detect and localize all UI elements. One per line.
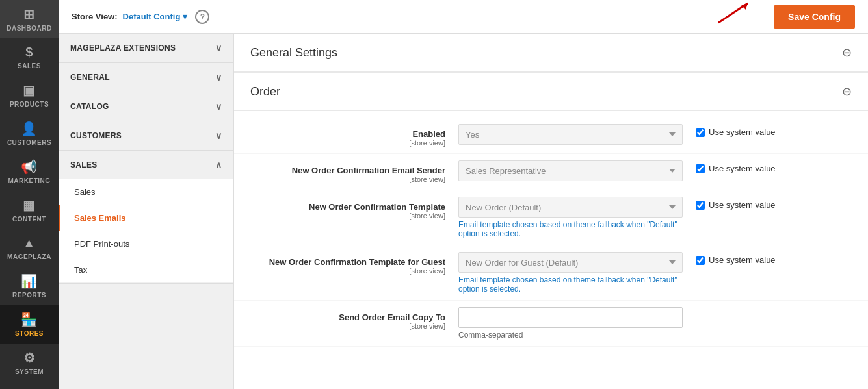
sidebar-item-label: STORES [15, 330, 44, 337]
sec-sidebar-label-mageplaza: MAGEPLAZA EXTENSIONS [70, 44, 176, 53]
sidebar-item-label: PRODUCTS [10, 101, 49, 108]
reports-icon: 📊 [21, 273, 38, 289]
content-area: MAGEPLAZA EXTENSIONS ∨ GENERAL ∨ CATALOG… [59, 34, 868, 389]
sidebar-item-label: MARKETING [8, 177, 50, 184]
sidebar-item-label: CUSTOMERS [7, 139, 51, 146]
sec-sidebar-item-label: Tax [74, 265, 87, 275]
use-system-confirmation-template: Use system value [696, 197, 776, 210]
use-system-label: Use system value [709, 200, 776, 210]
order-section-title: Order [250, 85, 280, 99]
email-copy-to-input[interactable] [458, 307, 683, 328]
sec-sidebar-item-sales[interactable]: Sales [59, 179, 233, 205]
form-row-enabled: Enabled [store view] Yes Use system valu… [234, 118, 868, 154]
section-collapse-button[interactable]: ⊖ [842, 45, 852, 60]
email-sender-select[interactable]: Sales Representative [458, 160, 683, 181]
form-label-col-email-sender: New Order Confirmation Email Sender [sto… [250, 160, 458, 183]
sec-sidebar-section-sales: SALES ∧ Sales Sales Emails PDF Print-out… [59, 151, 233, 284]
sidebar-item-dashboard[interactable]: ⊞ DASHBOARD [0, 0, 59, 38]
sidebar-item-stores[interactable]: 🏪 STORES [0, 305, 59, 344]
arrow-indicator [712, 0, 751, 28]
sidebar-item-sales[interactable]: $ SALES [0, 38, 59, 76]
store-view-value: Default Config [123, 12, 181, 21]
confirmation-template-select[interactable]: New Order (Default) [458, 197, 683, 218]
form-sublabel-confirmation-template-guest: [store view] [250, 267, 445, 275]
sec-sidebar-item-pdf-printouts[interactable]: PDF Print-outs [59, 231, 233, 257]
form-field-col-confirmation-template-guest: New Order for Guest (Default) Email temp… [458, 252, 852, 294]
sidebar-item-system[interactable]: ⚙ SYSTEM [0, 344, 59, 382]
sec-sidebar-header-catalog[interactable]: CATALOG ∨ [59, 92, 233, 121]
sec-sidebar-header-general[interactable]: GENERAL ∨ [59, 63, 233, 92]
marketing-icon: 📢 [21, 159, 38, 175]
form-field-row-email-sender: Sales Representative Use system value [458, 160, 852, 181]
sec-sidebar-section-general: GENERAL ∨ [59, 63, 233, 92]
sec-sidebar-section-catalog: CATALOG ∨ [59, 92, 233, 121]
form-sublabel-email-sender: [store view] [250, 175, 445, 183]
left-sidebar: ⊞ DASHBOARD $ SALES ▣ PRODUCTS 👤 CUSTOME… [0, 0, 59, 389]
general-settings-title: General Settings [250, 46, 337, 60]
sidebar-item-products[interactable]: ▣ PRODUCTS [0, 76, 59, 114]
sec-sidebar-label-customers: CUSTOMERS [70, 131, 122, 140]
dashboard-icon: ⊞ [23, 6, 35, 22]
sidebar-item-mageplaza[interactable]: ▲ MAGEPLAZA [0, 229, 59, 267]
sales-icon: $ [25, 45, 33, 60]
top-bar: Store View: Default Config ▾ ? Save Conf… [59, 0, 868, 34]
form-label-email-sender: New Order Confirmation Email Sender [250, 166, 445, 175]
chevron-down-icon: ∨ [215, 101, 222, 112]
sec-sidebar-header-customers[interactable]: CUSTOMERS ∨ [59, 121, 233, 150]
sidebar-item-marketing[interactable]: 📢 MARKETING [0, 153, 59, 191]
enabled-select[interactable]: Yes [458, 124, 683, 145]
form-field-col-email-copy-to: Comma-separated [458, 307, 852, 340]
sidebar-item-reports[interactable]: 📊 REPORTS [0, 267, 59, 305]
sec-sidebar-label-general: GENERAL [70, 73, 110, 82]
form-label-col-email-copy-to: Send Order Email Copy To [store view] [250, 307, 458, 330]
main-wrapper: Store View: Default Config ▾ ? Save Conf… [59, 0, 868, 389]
sidebar-item-content[interactable]: ▦ CONTENT [0, 191, 59, 229]
store-view-chevron-icon: ▾ [183, 12, 187, 21]
sidebar-item-label: CONTENT [12, 216, 46, 223]
form-label-col-confirmation-template: New Order Confirmation Template [store v… [250, 197, 458, 220]
chevron-up-icon: ∧ [215, 160, 222, 170]
use-system-checkbox-confirmation-template[interactable] [696, 201, 705, 210]
sidebar-item-label: DASHBOARD [7, 25, 52, 32]
form-field-row-enabled: Yes Use system value [458, 124, 852, 145]
form-label-confirmation-template: New Order Confirmation Template [250, 202, 445, 212]
use-system-checkbox-email-sender[interactable] [696, 164, 705, 173]
sec-sidebar-section-customers: CUSTOMERS ∨ [59, 121, 233, 151]
use-system-checkbox-confirmation-template-guest[interactable] [696, 256, 705, 265]
mageplaza-icon: ▲ [23, 236, 36, 251]
general-settings-section-header: General Settings ⊖ [234, 34, 868, 72]
form-field-row-email-copy-to: Comma-separated [458, 307, 852, 340]
sec-sidebar-items-sales: Sales Sales Emails PDF Print-outs Tax [59, 179, 233, 283]
form-label-col-enabled: Enabled [store view] [250, 124, 458, 147]
use-system-checkbox-enabled[interactable] [696, 128, 705, 137]
system-icon: ⚙ [23, 350, 36, 366]
sidebar-item-label: MAGEPLAZA [7, 253, 51, 260]
form-row-email-sender: New Order Confirmation Email Sender [sto… [234, 154, 868, 190]
top-bar-left: Store View: Default Config ▾ ? [72, 10, 209, 24]
form-label-enabled: Enabled [250, 129, 445, 139]
products-icon: ▣ [23, 82, 36, 98]
store-view-select[interactable]: Default Config ▾ [123, 12, 188, 21]
use-system-email-sender: Use system value [696, 160, 776, 173]
use-system-label: Use system value [709, 164, 776, 173]
form-label-col-confirmation-template-guest: New Order Confirmation Template for Gues… [250, 252, 458, 275]
form-sublabel-email-copy-to: [store view] [250, 322, 445, 330]
customers-icon: 👤 [21, 121, 38, 136]
sidebar-item-customers[interactable]: 👤 CUSTOMERS [0, 114, 59, 153]
sec-sidebar-header-mageplaza[interactable]: MAGEPLAZA EXTENSIONS ∨ [59, 34, 233, 62]
form-field-row-confirmation-template: New Order (Default) Email template chose… [458, 197, 852, 238]
confirmation-template-guest-note: Email template chosen based on theme fal… [458, 275, 683, 294]
use-system-confirmation-template-guest: Use system value [696, 252, 776, 265]
sec-sidebar-item-tax[interactable]: Tax [59, 257, 233, 283]
sec-sidebar-header-sales[interactable]: SALES ∧ [59, 151, 233, 179]
form-label-email-copy-to: Send Order Email Copy To [250, 312, 445, 322]
help-icon[interactable]: ? [195, 10, 209, 24]
form-row-confirmation-template-guest: New Order Confirmation Template for Gues… [234, 245, 868, 301]
order-section-header: Order ⊖ [234, 72, 868, 111]
confirmation-template-guest-select[interactable]: New Order for Guest (Default) [458, 252, 683, 273]
sec-sidebar-item-sales-emails[interactable]: Sales Emails [59, 205, 233, 231]
form-sublabel-confirmation-template: [store view] [250, 212, 445, 220]
save-config-button[interactable]: Save Config [774, 5, 855, 29]
order-section-collapse-button[interactable]: ⊖ [842, 84, 852, 99]
order-section-body: Enabled [store view] Yes Use system valu… [234, 111, 868, 353]
